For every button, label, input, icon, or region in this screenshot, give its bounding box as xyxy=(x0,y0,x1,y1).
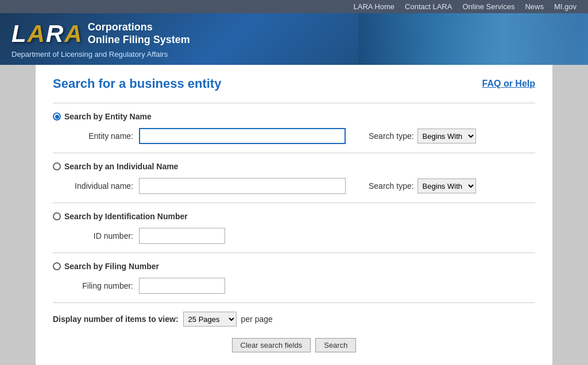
individual-search-type-select[interactable]: Begins With Contains Exact Match xyxy=(417,178,476,193)
radio-entity-name[interactable] xyxy=(53,112,61,121)
individual-name-field-row: Individual name: Search type: Begins Wit… xyxy=(64,178,535,194)
header-banner: LARA Corporations Online Filing System D… xyxy=(0,13,588,65)
id-number-field-row: ID number: xyxy=(64,228,535,244)
faq-link[interactable]: FAQ or Help xyxy=(482,79,535,89)
section-entity-name-label: Search by Entity Name xyxy=(64,112,152,121)
filing-number-field-row: Filing number: xyxy=(64,278,535,294)
filing-number-label: Filing number: xyxy=(64,281,133,290)
section-id-number-label: Search by Identification Number xyxy=(64,212,188,221)
section-filing-number-header: Search by Filing Number xyxy=(53,262,535,271)
entity-name-field-row: Entity name: Search type: Begins With Co… xyxy=(64,128,535,144)
subtitle-line1: Corporations xyxy=(88,21,190,34)
nav-contact-lara[interactable]: Contact LARA xyxy=(405,2,452,11)
id-number-input[interactable] xyxy=(139,228,225,244)
individual-name-label: Individual name: xyxy=(64,181,133,191)
per-page-text: per page xyxy=(241,314,273,324)
section-filing-number: Search by Filing Number Filing number: xyxy=(53,253,535,302)
radio-filing-number[interactable] xyxy=(53,262,61,270)
section-individual-name: Search by an Individual Name Individual … xyxy=(53,153,535,203)
page-title-row: Search for a business entity FAQ or Help xyxy=(53,76,535,91)
section-entity-name-header: Search by Entity Name xyxy=(53,112,535,121)
filing-number-input[interactable] xyxy=(139,278,225,294)
entity-name-label: Entity name: xyxy=(64,131,133,141)
id-number-label: ID number: xyxy=(64,231,133,240)
lara-logo: LARA Corporations Online Filing System D… xyxy=(11,20,190,59)
lara-wordmark: LARA xyxy=(11,20,83,48)
radio-id-number[interactable] xyxy=(53,212,61,220)
individual-search-type-label: Search type: xyxy=(369,181,414,191)
entity-name-input[interactable] xyxy=(139,128,346,144)
entity-search-type-select[interactable]: Begins With Contains Exact Match xyxy=(417,129,476,143)
nav-lara-home[interactable]: LARA Home xyxy=(354,2,395,11)
entity-search-type-group: Search type: Begins With Contains Exact … xyxy=(369,129,476,143)
display-label: Display number of items to view: xyxy=(53,314,179,324)
top-nav: LARA Home Contact LARA Online Services N… xyxy=(0,0,588,13)
individual-search-type-group: Search type: Begins With Contains Exact … xyxy=(369,178,476,193)
section-filing-number-label: Search by Filing Number xyxy=(64,262,159,271)
page-title: Search for a business entity xyxy=(53,76,221,91)
lara-subtitle: Corporations Online Filing System xyxy=(88,21,190,46)
radio-individual-name[interactable] xyxy=(53,162,61,170)
entity-search-type-label: Search type: xyxy=(369,131,414,141)
individual-name-input[interactable] xyxy=(139,178,346,194)
nav-mi-gov[interactable]: MI.gov xyxy=(554,2,577,11)
section-id-number: Search by Identification Number ID numbe… xyxy=(53,203,535,253)
subtitle-line2: Online Filing System xyxy=(88,34,190,46)
display-row: Display number of items to view: 25 Page… xyxy=(53,302,535,332)
section-id-number-header: Search by Identification Number xyxy=(53,212,535,221)
search-button[interactable]: Search xyxy=(315,338,356,352)
pages-select[interactable]: 25 Pages 50 Pages 100 Pages xyxy=(183,312,237,327)
main-content: Search for a business entity FAQ or Help… xyxy=(36,65,552,365)
clear-button[interactable]: Clear search fields xyxy=(232,338,311,352)
section-individual-name-label: Search by an Individual Name xyxy=(64,162,178,171)
nav-news[interactable]: News xyxy=(525,2,544,11)
button-row: Clear search fields Search xyxy=(53,338,535,352)
banner-decoration xyxy=(358,13,577,65)
section-entity-name: Search by Entity Name Entity name: Searc… xyxy=(53,103,535,153)
nav-online-services[interactable]: Online Services xyxy=(462,2,514,11)
section-individual-name-header: Search by an Individual Name xyxy=(53,162,535,171)
dept-name: Department of Licensing and Regulatory A… xyxy=(11,50,190,59)
